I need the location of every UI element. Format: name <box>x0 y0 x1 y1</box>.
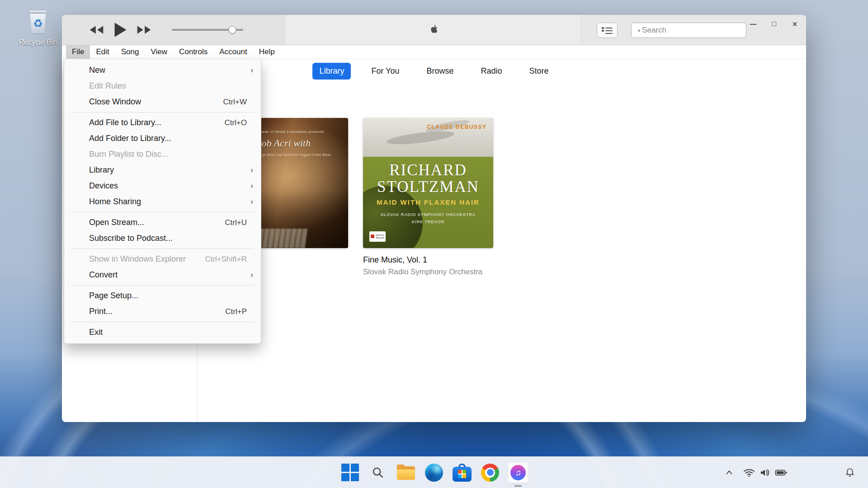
play-button[interactable] <box>113 22 127 38</box>
tab-store[interactable]: Store <box>523 63 556 80</box>
menu-item-show-in-windows-explorer: Show in Windows Explorer Ctrl+Shift+R <box>64 251 261 267</box>
label-mark <box>371 235 374 238</box>
tab-browse[interactable]: Browse <box>420 63 461 80</box>
album-tile-fine-music[interactable]: CLAUDE DEBUSSY RICHARD STOLTZMAN MAID WI… <box>363 118 493 277</box>
volume-track[interactable] <box>172 29 243 31</box>
taskbar-search-button[interactable] <box>367 462 389 483</box>
menu-separator <box>71 285 254 286</box>
album-artist[interactable]: Slovak Radio Symphony Orchestra <box>363 267 493 277</box>
album-cover[interactable]: CLAUDE DEBUSSY RICHARD STOLTZMAN MAID WI… <box>363 118 493 248</box>
music-note-icon: ♫ <box>515 469 521 477</box>
menu-item-page-setup[interactable]: Page Setup... <box>64 288 261 304</box>
cover-artist-line-1: RICHARD <box>363 162 493 179</box>
tray-chevron-up-icon[interactable] <box>724 468 734 478</box>
maximize-button[interactable]: □ <box>769 19 779 29</box>
fast-forward-button[interactable] <box>136 25 151 35</box>
cover-composer: CLAUDE DEBUSSY <box>427 124 486 130</box>
album-caption: Fine Music, Vol. 1 Slovak Radio Symphony… <box>363 255 493 277</box>
menu-item-home-sharing[interactable]: Home Sharing › <box>64 194 261 210</box>
menu-separator <box>71 212 254 212</box>
menu-item-subscribe-to-podcast[interactable]: Subscribe to Podcast... <box>64 230 261 246</box>
notifications-bell-icon[interactable] <box>844 467 855 478</box>
menu-help[interactable]: Help <box>253 45 281 59</box>
file-explorer-button[interactable] <box>395 462 417 483</box>
search-field[interactable]: ▾ <box>631 23 746 38</box>
volume-tray-icon[interactable] <box>760 468 770 478</box>
menu-item-close-window[interactable]: Close Window Ctrl+W <box>64 94 261 110</box>
menu-item-edit-rules: Edit Rules <box>64 78 261 94</box>
cover-orchestra: SLOVAK RADIO SYMPHONY ORCHESTRA <box>363 211 493 218</box>
tab-radio[interactable]: Radio <box>474 63 509 80</box>
toolbar: ▾ ─ □ × <box>62 15 806 45</box>
menu-edit[interactable]: Edit <box>90 45 115 59</box>
start-button[interactable] <box>339 462 361 483</box>
store-bag-icon <box>453 464 472 482</box>
itunes-window: ▾ ─ □ × File Edit Song View Controls Acc… <box>62 15 806 422</box>
up-next-list-button[interactable] <box>597 23 618 38</box>
trash-body: ♻ <box>29 13 47 34</box>
menu-bar: File Edit Song View Controls Account Hel… <box>62 45 806 59</box>
chrome-button[interactable] <box>479 462 501 483</box>
menu-item-new[interactable]: New › <box>64 62 261 78</box>
search-options-chevron-icon[interactable]: ▾ <box>638 28 640 33</box>
menu-item-devices[interactable]: Devices › <box>64 178 261 194</box>
menu-separator <box>71 322 254 322</box>
recycle-bin-label: Recycle Bin <box>14 38 62 47</box>
rewind-button[interactable] <box>89 25 104 35</box>
record-label-logo: Navona Records <box>369 231 386 242</box>
menu-separator <box>71 112 254 113</box>
menu-item-library[interactable]: Library › <box>64 162 261 178</box>
recycle-bin-icon[interactable]: ♻ Recycle Bin <box>14 9 62 47</box>
menu-item-burn-playlist: Burn Playlist to Disc... <box>64 146 261 162</box>
label-text: Navona Records <box>376 234 384 239</box>
menu-controls[interactable]: Controls <box>173 45 213 59</box>
playback-controls <box>89 15 151 45</box>
menu-item-print[interactable]: Print... Ctrl+P <box>64 304 261 319</box>
folder-icon <box>396 465 416 481</box>
taskbar-center-icons: ♫ <box>339 457 529 488</box>
itunes-button[interactable]: ♫ <box>507 462 529 483</box>
wifi-icon[interactable] <box>743 468 755 478</box>
menu-item-open-stream[interactable]: Open Stream... Ctrl+U <box>64 215 261 230</box>
menu-item-add-file-to-library[interactable]: Add File to Library... Ctrl+O <box>64 115 261 131</box>
menu-song[interactable]: Song <box>115 45 145 59</box>
tab-for-you[interactable]: For You <box>364 63 406 80</box>
edge-browser-button[interactable] <box>423 462 445 483</box>
menu-view[interactable]: View <box>145 45 173 59</box>
volume-slider[interactable] <box>172 15 243 45</box>
menu-item-exit[interactable]: Exit <box>64 324 261 340</box>
cover-album-title: MAID WITH FLAXEN HAIR <box>363 198 493 206</box>
search-icon <box>372 466 384 479</box>
apple-logo-icon <box>428 22 440 38</box>
recycle-symbol-icon: ♻ <box>33 18 43 29</box>
cover-text: RICHARD STOLTZMAN MAID WITH FLAXEN HAIR … <box>363 162 493 225</box>
itunes-icon: ♫ <box>509 463 528 482</box>
microsoft-store-button[interactable] <box>451 462 473 483</box>
album-title[interactable]: Fine Music, Vol. 1 <box>363 255 493 265</box>
file-dropdown-menu: New › Edit Rules Close Window Ctrl+W Add… <box>64 59 261 344</box>
menu-item-convert[interactable]: Convert › <box>64 267 261 283</box>
windows-logo-icon <box>341 464 359 481</box>
close-button[interactable]: × <box>790 19 800 29</box>
submenu-chevron-icon: › <box>250 270 253 280</box>
spoon-detail <box>386 129 454 147</box>
tab-library[interactable]: Library <box>312 63 351 80</box>
submenu-chevron-icon: › <box>250 197 253 206</box>
submenu-chevron-icon: › <box>250 165 253 175</box>
battery-icon[interactable] <box>775 468 788 477</box>
menu-account[interactable]: Account <box>213 45 253 59</box>
trash-lid <box>28 10 47 13</box>
window-controls: ─ □ × <box>748 19 800 29</box>
search-input[interactable] <box>642 26 742 35</box>
minimize-button[interactable]: ─ <box>748 19 758 29</box>
menu-item-add-folder-to-library[interactable]: Add Folder to Library... <box>64 131 261 146</box>
menu-file[interactable]: File <box>66 45 90 59</box>
desktop-background: ♻ Recycle Bin <box>0 0 868 488</box>
edge-icon <box>425 464 443 482</box>
chrome-icon <box>481 464 499 482</box>
menu-separator <box>71 249 254 249</box>
taskbar: ♫ <box>0 456 868 488</box>
cover-artist-line-2: STOLTZMAN <box>363 179 493 196</box>
submenu-chevron-icon: › <box>250 181 253 191</box>
volume-knob[interactable] <box>229 26 236 34</box>
